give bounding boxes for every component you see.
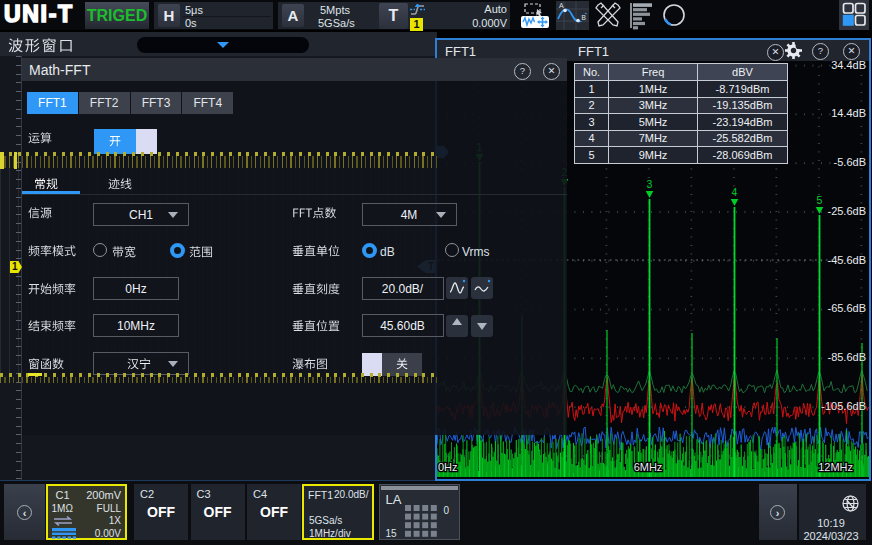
svg-text:4: 4: [732, 186, 738, 198]
svg-text:3: 3: [647, 178, 653, 190]
svg-text:B: B: [582, 14, 586, 21]
svg-text:12MHz: 12MHz: [818, 461, 853, 473]
svg-text:6MHz: 6MHz: [634, 461, 663, 473]
svg-text:A: A: [559, 2, 564, 9]
svg-text:5: 5: [817, 194, 823, 206]
svg-text:0Hz: 0Hz: [438, 461, 458, 473]
